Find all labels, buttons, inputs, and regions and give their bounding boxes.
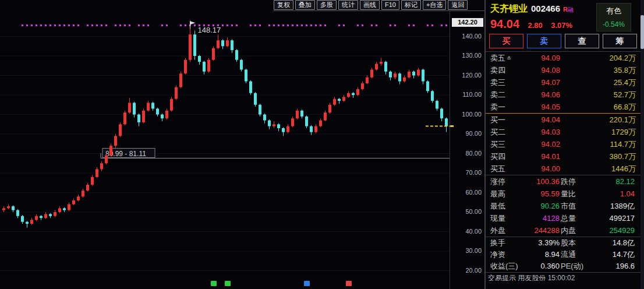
stat-value: 244288 [519, 224, 561, 237]
stat-value: 82.12 [595, 175, 636, 188]
stat-value: 1389亿 [595, 200, 636, 212]
y-axis-label: 50.00 [451, 208, 482, 215]
stock-trading-app: 80.99 - 81.11148.17 复权叠加多股统计画线F10标记+自选返回… [0, 0, 644, 289]
ask-row-4[interactable]: 卖二94.0652.7万 [486, 89, 641, 101]
stat-label: 总量 [561, 212, 595, 224]
ask-row-1[interactable]: 卖五≚94.09204.2万 [486, 52, 641, 64]
y-axis-label: 70.00 [451, 169, 482, 176]
kline-chart[interactable]: 80.99 - 81.11148.17 [0, 0, 450, 289]
stat-row: 涨停100.36跌停82.12 [486, 175, 641, 188]
toolbar-button-8[interactable]: +自选 [423, 0, 446, 10]
svg-text:148.17: 148.17 [198, 26, 221, 34]
price-cell: 94.09 [519, 52, 560, 65]
volume-cell: 220.1万 [560, 114, 636, 126]
ask-label: 卖三 [490, 78, 505, 87]
bid-label: 买五 [490, 164, 505, 173]
bid-row-3[interactable]: 买三94.02114.7万 [486, 138, 641, 150]
y-axis-label: 90.00 [451, 130, 482, 137]
stat-value: 3.39% [519, 237, 561, 249]
price-cell: 94.00 [519, 163, 560, 175]
ask-list: 卖五≚94.09204.2万卖四94.0835.8万卖三94.0725.4万卖二… [486, 52, 641, 113]
price-change: 2.80 [528, 21, 543, 30]
stat-label: 净资 [490, 249, 519, 260]
ask-label: 卖二 [490, 90, 505, 99]
stat-value: 4128 [519, 212, 561, 224]
stat-label: 现量 [490, 212, 519, 224]
status-text: 交易提示 用友股份 15:00:02 [486, 273, 641, 281]
bid-row-1[interactable]: 买一94.04220.1万 [486, 114, 641, 126]
buy-button[interactable]: 买 [489, 34, 523, 48]
stat-row: 换手3.39%股本14.8亿 [486, 237, 641, 249]
price-cell: 94.07 [519, 76, 560, 89]
stats-block: 涨停100.36跌停82.12最高95.59量比1.04最低90.26市值138… [486, 175, 641, 237]
toolbar-button-5[interactable]: 画线 [360, 0, 380, 10]
ask-row-2[interactable]: 卖四94.0835.8万 [486, 64, 641, 76]
price-cell: 94.03 [519, 126, 560, 138]
y-axis-label: 80.00 [451, 150, 482, 157]
status-bar: 交易提示 用友股份 15:00:02 [486, 272, 641, 281]
toolbar-button-4[interactable]: 统计 [338, 0, 358, 10]
stat-value: 90.26 [519, 200, 561, 212]
toolbar-button-6[interactable]: F10 [381, 0, 399, 10]
chart-area: 80.99 - 81.11148.17 [0, 0, 450, 289]
margin-r-badge: R [563, 6, 568, 13]
volume-cell: 380.7万 [560, 150, 636, 163]
price-cell: 94.02 [519, 138, 560, 150]
volume-cell: 35.8万 [560, 64, 636, 76]
price-cell: 94.08 [519, 64, 560, 76]
scrollbar-thumb[interactable] [641, 15, 644, 49]
sector-change: -0.54% [597, 20, 631, 29]
expand-levels-icon[interactable]: ≚ [507, 55, 511, 62]
stat-value: 499217 [595, 212, 636, 224]
volume-cell: 52.7万 [560, 89, 636, 101]
bid-label: 买一 [490, 115, 505, 124]
stat-label: PE(动) [561, 260, 595, 272]
bid-list: 买一94.04220.1万买二94.031729万买三94.02114.7万买四… [486, 114, 641, 175]
stat-label: 量比 [561, 188, 595, 200]
chart-toolbar: 复权叠加多股统计画线F10标记+自选返回 [274, 0, 484, 11]
current-price-tick [450, 125, 454, 127]
sector-name: 有色 [597, 6, 631, 16]
margin-rong-badge: 融 [568, 6, 574, 13]
bid-row-4[interactable]: 买四94.01380.7万 [486, 150, 641, 163]
ask-row-5[interactable]: 卖一94.0566.8万 [486, 101, 641, 113]
stat-row: 现量4128总量499217 [486, 212, 641, 224]
ask-label: 卖一 [490, 103, 505, 111]
bid-label: 买四 [490, 152, 505, 161]
sell-button[interactable]: 卖 [527, 34, 561, 48]
stat-value: 1.04 [595, 188, 636, 200]
volume-cell: 25.4万 [560, 76, 636, 89]
toolbar-button-7[interactable]: 标记 [401, 0, 421, 10]
stock-code: 002466 [531, 3, 560, 13]
action-buttons-row: 买卖查筹 [486, 32, 641, 51]
bid-row-5[interactable]: 买五94.001446万 [486, 163, 641, 175]
y-axis-label: 30.00 [451, 247, 482, 254]
stat-label: 股本 [561, 237, 595, 249]
stat-row: 净资8.94流通14.7亿 [486, 249, 641, 260]
stat-value: 14.8亿 [595, 237, 636, 249]
stat-value: 14.7亿 [595, 249, 636, 260]
bid-row-2[interactable]: 买二94.031729万 [486, 126, 641, 138]
chips-button[interactable]: 筹 [603, 34, 637, 48]
toolbar-button-9[interactable]: 返回 [448, 0, 468, 10]
stat-row: 外盘244288内盘254929 [486, 224, 641, 237]
toolbar-button-1[interactable]: 复权 [274, 0, 293, 10]
scrollbar[interactable] [641, 0, 644, 289]
query-button[interactable]: 查 [565, 34, 599, 48]
toolbar-button-3[interactable]: 多股 [317, 0, 337, 10]
toolbar-button-2[interactable]: 叠加 [295, 0, 315, 10]
stat-label: 最高 [490, 188, 519, 200]
price-cell: 94.01 [519, 150, 560, 163]
stat-value: 196.6 [595, 260, 636, 272]
quote-panel: 天齐锂业002466R融 有色 -0.54% 94.04 2.80 3.07% … [484, 0, 641, 289]
y-axis-label: 130.00 [451, 52, 482, 59]
stat-label: 收益(三) [490, 260, 519, 272]
y-axis-label: 120.00 [451, 72, 482, 79]
sector-box[interactable]: 有色 -0.54% [596, 3, 631, 31]
stat-value: 8.94 [519, 249, 561, 260]
stat-label: 最低 [490, 200, 519, 212]
stats-block-2: 换手3.39%股本14.8亿净资8.94流通14.7亿收益(三)0.360PE(… [486, 237, 641, 272]
y-axis-label: 60.00 [451, 189, 482, 196]
ask-row-3[interactable]: 卖三94.0725.4万 [486, 76, 641, 89]
price-axis: 142.20 140.00130.00120.00110.00100.0090.… [450, 0, 484, 289]
